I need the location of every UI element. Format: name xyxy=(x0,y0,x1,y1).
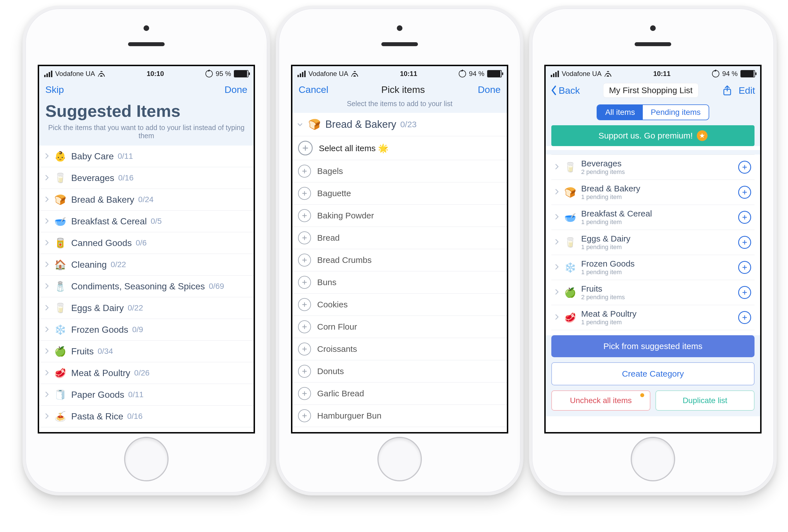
tab-pending-items[interactable]: Pending items xyxy=(643,105,708,120)
category-row[interactable]: 🏠Cleaning0/22 xyxy=(39,254,254,276)
home-button[interactable] xyxy=(377,437,422,481)
item-row[interactable]: Baguette xyxy=(292,182,507,205)
create-category-button[interactable]: Create Category xyxy=(551,362,754,385)
category-name: Paper Goods xyxy=(71,390,124,400)
chevron-right-icon xyxy=(45,238,51,248)
category-row[interactable]: ❄️Frozen Goods0/9 xyxy=(39,319,254,340)
plus-icon xyxy=(298,365,311,378)
category-row[interactable]: 🍏Fruits0/34 xyxy=(39,340,254,362)
pending-count: 2 pending items xyxy=(581,294,738,301)
category-row[interactable]: 🥛Eggs & Dairy0/22 xyxy=(39,297,254,319)
shopping-category-list[interactable]: 🥛Beverages2 pending items🍞Bread & Bakery… xyxy=(551,155,754,330)
category-count: 0/11 xyxy=(128,390,144,399)
done-button[interactable]: Done xyxy=(224,84,248,95)
category-count: 0/22 xyxy=(111,260,126,269)
item-label: Buns xyxy=(317,278,336,287)
shopping-category-row[interactable]: 🥛Beverages2 pending items xyxy=(551,155,754,180)
category-name: Bread & Bakery xyxy=(71,195,134,205)
category-row[interactable]: 🍞Bread & Bakery0/24 xyxy=(39,189,254,211)
category-count: 0/34 xyxy=(98,347,113,356)
category-emoji: 🥫 xyxy=(54,237,66,249)
chevron-right-icon xyxy=(45,195,51,205)
item-row[interactable]: Bagels xyxy=(292,160,507,182)
item-row[interactable]: Baking Powder xyxy=(292,205,507,227)
category-emoji: 🥩 xyxy=(564,312,576,323)
add-item-button[interactable] xyxy=(738,311,751,324)
plus-icon xyxy=(298,141,313,155)
item-row[interactable]: Buns xyxy=(292,271,507,294)
item-row[interactable]: Garlic Bread xyxy=(292,382,507,405)
category-row[interactable]: 🥣Breakfast & Cereal0/5 xyxy=(39,211,254,232)
item-label: Bread Crumbs xyxy=(317,255,372,265)
phone-frame: Vodafone UA 10:11 94 % Cancel Pick items… xyxy=(276,6,524,495)
shopping-category-row[interactable]: 🍞Bread & Bakery1 pending item xyxy=(551,180,754,205)
add-item-button[interactable] xyxy=(738,236,751,249)
category-row[interactable]: 🥫Canned Goods0/6 xyxy=(39,232,254,254)
item-row[interactable]: Donuts xyxy=(292,360,507,382)
category-emoji: 🍞 xyxy=(308,118,321,130)
item-row[interactable]: Cookies xyxy=(292,294,507,316)
category-name: Bread & Bakery xyxy=(325,118,396,130)
add-item-button[interactable] xyxy=(738,186,751,199)
shopping-category-row[interactable]: 🥛Eggs & Dairy1 pending item xyxy=(551,230,754,255)
add-item-button[interactable] xyxy=(738,161,751,174)
add-item-button[interactable] xyxy=(738,286,751,299)
category-row[interactable]: 🥛Beverages0/16 xyxy=(39,167,254,189)
item-row[interactable]: Hamburguer Bun xyxy=(292,405,507,427)
status-time: 10:11 xyxy=(653,70,670,78)
category-emoji: 🧻 xyxy=(54,389,66,400)
pick-suggested-button[interactable]: Pick from suggested items xyxy=(551,335,754,357)
category-name: Fruits xyxy=(581,284,738,294)
category-name: Pasta & Rice xyxy=(71,411,123,422)
item-row[interactable]: Bread xyxy=(292,227,507,249)
item-row[interactable]: Croissants xyxy=(292,338,507,360)
add-item-button[interactable] xyxy=(738,211,751,224)
camera-dot xyxy=(650,25,656,31)
tab-all-items[interactable]: All items xyxy=(597,105,643,120)
category-list[interactable]: 👶Baby Care0/11🥛Beverages0/16🍞Bread & Bak… xyxy=(39,145,254,427)
chevron-left-icon xyxy=(551,85,557,96)
shopping-category-row[interactable]: ❄️Frozen Goods1 pending item xyxy=(551,255,754,280)
home-button[interactable] xyxy=(631,437,675,481)
edit-button[interactable]: Edit xyxy=(738,85,755,96)
add-item-button[interactable] xyxy=(738,261,751,274)
category-emoji: 🍞 xyxy=(54,194,66,205)
category-row[interactable]: 🍝Pasta & Rice0/16 xyxy=(39,406,254,427)
back-button[interactable]: Back xyxy=(551,85,580,96)
item-row[interactable]: Corn Flour xyxy=(292,316,507,338)
pending-count: 2 pending items xyxy=(581,168,738,176)
page-title: Suggested Items xyxy=(39,100,254,122)
cancel-button[interactable]: Cancel xyxy=(299,84,329,95)
wifi-icon xyxy=(351,71,358,77)
skip-button[interactable]: Skip xyxy=(45,84,64,95)
rotation-lock-icon xyxy=(205,70,213,77)
item-list[interactable]: BagelsBaguetteBaking PowderBreadBread Cr… xyxy=(292,160,507,427)
carrier-label: Vodafone UA xyxy=(55,70,95,78)
list-title-field[interactable]: My First Shopping List xyxy=(603,83,698,98)
nav-title: Pick items xyxy=(381,84,425,95)
category-name: Breakfast & Cereal xyxy=(71,216,147,226)
pending-count: 1 pending item xyxy=(581,218,738,226)
uncheck-all-button[interactable]: Uncheck all items xyxy=(551,390,650,411)
select-all-row[interactable]: Select all items 🌟 xyxy=(292,136,507,160)
premium-banner[interactable]: Support us. Go premium! ★ xyxy=(551,125,754,146)
shopping-category-row[interactable]: 🍏Fruits2 pending items xyxy=(551,280,754,305)
category-emoji: ❄️ xyxy=(564,262,576,273)
plus-icon xyxy=(298,342,311,355)
done-button[interactable]: Done xyxy=(478,84,501,95)
item-row[interactable]: Bread Crumbs xyxy=(292,249,507,271)
category-row[interactable]: 🧂Condiments, Seasoning & Spices0/69 xyxy=(39,276,254,297)
shopping-category-row[interactable]: 🥩Meat & Poultry1 pending item xyxy=(551,305,754,330)
expanded-category-row[interactable]: 🍞 Bread & Bakery 0/23 xyxy=(292,113,507,136)
category-row[interactable]: 🧻Paper Goods0/11 xyxy=(39,384,254,406)
back-label: Back xyxy=(559,85,580,96)
share-button[interactable] xyxy=(722,85,733,96)
duplicate-list-button[interactable]: Duplicate list xyxy=(655,390,754,411)
category-row[interactable]: 🥩Meat & Poultry0/26 xyxy=(39,362,254,384)
category-name: Eggs & Dairy xyxy=(71,303,124,313)
shopping-category-row[interactable]: 🥣Breakfast & Cereal1 pending item xyxy=(551,205,754,230)
category-row[interactable]: 👶Baby Care0/11 xyxy=(39,145,254,167)
category-emoji: 🥣 xyxy=(54,216,66,227)
status-bar: Vodafone UA 10:10 95 % xyxy=(39,66,254,81)
home-button[interactable] xyxy=(124,437,169,481)
